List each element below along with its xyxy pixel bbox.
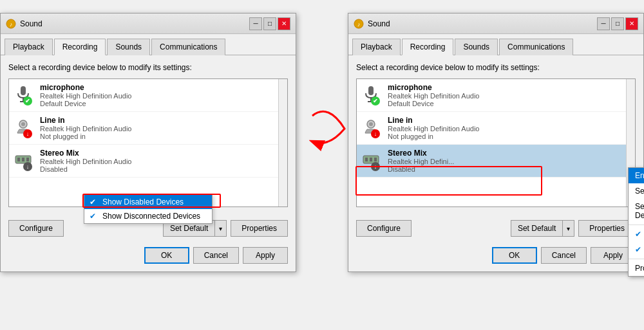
title-bar-1: ♪ Sound ─ □ ✕ xyxy=(1,14,296,34)
device-list-1[interactable]: ✔ microphone Realtek High Definition Aud… xyxy=(8,78,288,207)
set-default-arrow-2[interactable]: ▾ xyxy=(562,220,574,237)
device-icon-linein-2: ↓ xyxy=(362,118,383,138)
svg-point-6 xyxy=(21,122,25,126)
ok-button-1[interactable]: OK xyxy=(144,247,189,264)
device-info-linein-1: Line in Realtek High Definition Audio No… xyxy=(40,116,282,140)
context-show-disconnected-2[interactable]: ✔ Show Disconnected Devices xyxy=(629,242,644,257)
window-content-1: Select a recording device below to modif… xyxy=(1,55,296,215)
dropdown-menu-1: ✔ Show Disabled Devices ✔ Show Disconnec… xyxy=(84,194,213,224)
window-footer-2: OK Cancel Apply xyxy=(348,242,643,271)
tab-sounds-2[interactable]: Sounds xyxy=(455,39,498,55)
svg-rect-10 xyxy=(26,158,29,161)
configure-button-2[interactable]: Configure xyxy=(356,220,412,237)
context-enable-2[interactable]: Enable xyxy=(629,168,644,183)
tab-communications-1[interactable]: Communications xyxy=(151,39,225,55)
tab-recording-2[interactable]: Recording xyxy=(402,39,454,55)
device-status-stereomix-2: Disabled xyxy=(388,165,630,173)
device-status-microphone-2: Default Device xyxy=(388,100,630,107)
device-info-microphone-2: microphone Realtek High Definition Audio… xyxy=(388,83,630,107)
window-title-1: Sound xyxy=(20,19,43,28)
device-stereomix-1[interactable]: ↓ Stereo Mix Realtek High Definition Aud… xyxy=(9,145,287,178)
context-properties-2[interactable]: Properties xyxy=(629,261,644,276)
tab-sounds-1[interactable]: Sounds xyxy=(107,39,150,55)
tab-communications-2[interactable]: Communications xyxy=(499,39,573,55)
ok-button-2[interactable]: OK xyxy=(492,247,537,264)
context-sep1-2 xyxy=(629,225,644,225)
device-name-linein-1: Line in xyxy=(40,116,282,125)
title-bar-2: ♪ Sound ─ □ ✕ xyxy=(348,14,643,34)
tab-playback-1[interactable]: Playback xyxy=(5,39,53,55)
bottom-buttons-2: Configure Set Default ▾ Properties xyxy=(348,215,643,242)
configure-button-1[interactable]: Configure xyxy=(8,220,64,237)
device-icon-microphone-1: ✔ xyxy=(14,85,35,105)
svg-point-18 xyxy=(369,122,373,126)
check-disconnected-ctx-2: ✔ xyxy=(635,245,644,254)
device-info-stereomix-1: Stereo Mix Realtek High Definition Audio… xyxy=(40,149,282,173)
apply-button-1[interactable]: Apply xyxy=(243,247,288,264)
scrollbar-1[interactable] xyxy=(278,79,287,206)
close-button-2[interactable]: ✕ xyxy=(625,17,638,30)
tab-recording-1[interactable]: Recording xyxy=(54,39,106,55)
device-microphone-1[interactable]: ✔ microphone Realtek High Definition Aud… xyxy=(9,79,287,112)
device-linein-1[interactable]: ↓ Line in Realtek High Definition Audio … xyxy=(9,112,287,145)
device-icon-microphone-2: ✔ xyxy=(362,85,383,105)
cancel-button-1[interactable]: Cancel xyxy=(193,247,239,264)
device-info-microphone-1: microphone Realtek High Definition Audio… xyxy=(40,83,282,107)
svg-rect-20 xyxy=(365,158,368,161)
context-set-default-2[interactable]: Set as Default Device xyxy=(629,183,644,199)
arrow-svg xyxy=(309,103,348,154)
sound-dialog-2: ♪ Sound ─ □ ✕ Playback Recording Sounds … xyxy=(348,13,644,272)
context-set-comm-2[interactable]: Set as Default Communication Devic... xyxy=(629,199,644,223)
device-stereomix-2[interactable]: ↓ Stereo Mix Realtek High Defini... Disa… xyxy=(357,145,635,178)
svg-rect-22 xyxy=(374,158,377,161)
maximize-button-1[interactable]: □ xyxy=(263,17,276,30)
device-list-2[interactable]: ✔ microphone Realtek High Definition Aud… xyxy=(356,78,636,207)
device-name-microphone-2: microphone xyxy=(388,83,630,92)
device-sub-linein-1: Realtek High Definition Audio xyxy=(40,125,282,133)
arrow-container xyxy=(309,103,335,156)
device-name-linein-2: Line in xyxy=(388,116,630,125)
status-green-1: ✔ xyxy=(23,96,32,105)
properties-button-2[interactable]: Properties xyxy=(578,220,636,237)
device-status-linein-2: Not plugged in xyxy=(388,133,630,140)
device-sub-stereomix-2: Realtek High Defini... xyxy=(388,158,630,165)
dropdown-show-disabled-1[interactable]: ✔ Show Disabled Devices xyxy=(84,195,212,209)
window-title-2: Sound xyxy=(368,19,390,28)
set-default-split-2: Set Default ▾ xyxy=(511,220,574,237)
device-name-stereomix-2: Stereo Mix xyxy=(388,149,630,158)
set-default-arrow-1[interactable]: ▾ xyxy=(214,220,227,237)
set-default-button-2[interactable]: Set Default xyxy=(511,220,562,237)
device-sub-stereomix-1: Realtek High Definition Audio xyxy=(40,158,282,165)
device-info-linein-2: Line in Realtek High Definition Audio No… xyxy=(388,116,630,140)
title-controls-1: ─ □ ✕ xyxy=(249,17,290,30)
cancel-button-2[interactable]: Cancel xyxy=(541,247,587,264)
check-disabled-ctx-2: ✔ xyxy=(635,230,644,239)
tabs-2: Playback Recording Sounds Communications xyxy=(348,34,643,55)
device-icon-stereomix-2: ↓ xyxy=(362,151,383,171)
device-status-microphone-1: Default Device xyxy=(40,100,282,107)
instruction-2: Select a recording device below to modif… xyxy=(356,63,636,72)
tabs-1: Playback Recording Sounds Communications xyxy=(1,34,296,55)
window2: ♪ Sound ─ □ ✕ Playback Recording Sounds … xyxy=(348,13,644,272)
window-footer-1: OK Cancel Apply xyxy=(1,242,296,271)
device-microphone-2[interactable]: ✔ microphone Realtek High Definition Aud… xyxy=(357,79,635,112)
device-status-linein-1: Not plugged in xyxy=(40,133,282,140)
properties-button-1[interactable]: Properties xyxy=(231,220,288,237)
device-sub-microphone-1: Realtek High Definition Audio xyxy=(40,92,282,100)
svg-rect-9 xyxy=(22,158,24,161)
device-sub-linein-2: Realtek High Definition Audio xyxy=(388,125,630,133)
window-content-2: Select a recording device below to modif… xyxy=(348,55,643,215)
device-info-stereomix-2: Stereo Mix Realtek High Defini... Disabl… xyxy=(388,149,630,173)
svg-rect-14 xyxy=(368,86,374,95)
tab-playback-2[interactable]: Playback xyxy=(352,39,401,55)
window1: ♪ Sound ─ □ ✕ Playback Recording Sounds … xyxy=(0,13,296,272)
close-button-1[interactable]: ✕ xyxy=(278,17,290,30)
context-show-disabled-2[interactable]: ✔ Show Disabled Devices xyxy=(629,226,644,242)
dropdown-show-disconnected-1[interactable]: ✔ Show Disconnected Devices xyxy=(84,209,212,223)
svg-text:♪: ♪ xyxy=(357,21,361,28)
minimize-button-1[interactable]: ─ xyxy=(249,17,262,30)
device-sub-microphone-2: Realtek High Definition Audio xyxy=(388,92,630,100)
device-linein-2[interactable]: ↓ Line in Realtek High Definition Audio … xyxy=(357,112,635,145)
maximize-button-2[interactable]: □ xyxy=(611,17,624,30)
minimize-button-2[interactable]: ─ xyxy=(597,17,610,30)
